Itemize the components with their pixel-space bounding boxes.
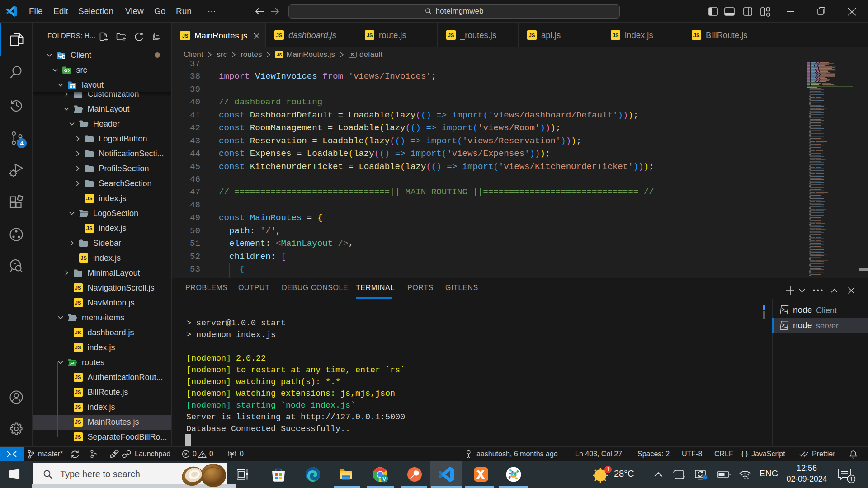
svg-text:1: 1 [849, 476, 853, 483]
svg-text:V: V [382, 476, 386, 482]
svg-text:1: 1 [607, 466, 610, 473]
